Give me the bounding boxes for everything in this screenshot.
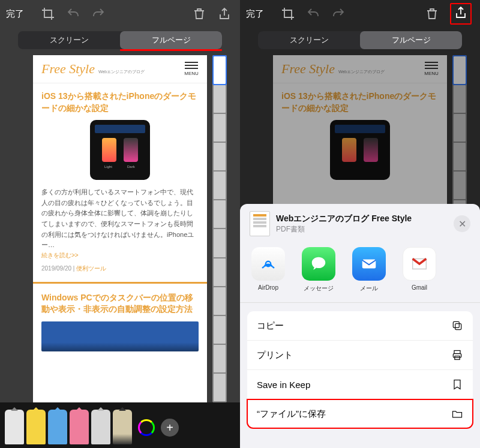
svg-rect-3 [453, 321, 459, 327]
share-apps-row: AirDrop メッセージ メール Gmail [240, 245, 480, 303]
done-button[interactable]: 完了 [246, 8, 264, 20]
menu-icon[interactable]: MENU [184, 62, 199, 76]
svg-rect-4 [454, 351, 460, 354]
bookmark-icon [451, 378, 463, 390]
tab-segment: スクリーン フルページ [258, 31, 462, 49]
share-icon[interactable] [454, 5, 468, 20]
airdrop-app[interactable]: AirDrop [248, 247, 288, 293]
pen-tool[interactable] [5, 410, 24, 444]
share-subtitle: PDF書類 [276, 224, 412, 234]
undo-icon[interactable] [66, 7, 80, 21]
messages-icon [302, 247, 335, 281]
share-title: Webエンジニアのブログ Free Style [276, 214, 412, 224]
messages-app[interactable]: メッセージ [299, 247, 338, 293]
svg-rect-2 [455, 324, 461, 330]
done-button[interactable]: 完了 [6, 8, 24, 20]
highlighter-tool[interactable] [26, 410, 46, 444]
tab-screen[interactable]: スクリーン [18, 31, 120, 49]
tab-screen[interactable]: スクリーン [258, 31, 360, 49]
document-thumbnail-icon [250, 211, 270, 236]
trash-icon[interactable] [425, 7, 439, 21]
save-to-files-action[interactable]: “ファイル”に保存 [247, 399, 473, 428]
trash-icon[interactable] [192, 7, 206, 21]
top-toolbar: 完了 [240, 0, 480, 28]
color-picker-icon[interactable] [138, 419, 155, 436]
eraser-tool[interactable] [70, 410, 89, 444]
tab-fullpage[interactable]: フルページ [120, 31, 222, 49]
close-icon[interactable]: ✕ [454, 215, 470, 232]
gmail-app[interactable]: Gmail [400, 247, 439, 293]
share-icon[interactable] [217, 7, 232, 21]
markup-toolbar: + [0, 402, 240, 448]
divider [33, 282, 207, 284]
airdrop-icon [251, 247, 285, 281]
add-button[interactable]: + [161, 419, 179, 437]
blog-header: Free StyleWebエンジニアのブログ MENU [33, 55, 207, 83]
gmail-icon [403, 247, 436, 281]
ruler-tool[interactable] [113, 410, 132, 444]
copy-icon [451, 320, 463, 332]
left-screenshot-editor: 完了 スクリーン フルページ Free StyleWebエンジニアのブログ ME… [0, 0, 240, 448]
windows-mockup [41, 321, 199, 351]
tab-fullpage[interactable]: フルページ [360, 31, 462, 49]
article-excerpt: 多くの方が利用しているスマートフォン中で、現代人の目の疲れは年々ひどくなっている… [41, 187, 199, 251]
crop-icon[interactable] [281, 7, 295, 21]
save-in-keep-action[interactable]: Save in Keep [247, 370, 473, 399]
share-sheet: Webエンジニアのブログ Free Style PDF書類 ✕ AirDrop … [240, 204, 480, 448]
page-thumbnails[interactable] [212, 55, 227, 402]
redo-icon[interactable] [331, 7, 346, 21]
folder-icon [451, 408, 463, 420]
mail-app[interactable]: メール [349, 247, 389, 293]
share-header: Webエンジニアのブログ Free Style PDF書類 ✕ [240, 211, 480, 245]
lasso-tool[interactable] [91, 410, 110, 444]
pencil-tool[interactable] [48, 410, 67, 444]
read-more-link[interactable]: 続きを読む>> [41, 251, 199, 260]
article-date: 2019/09/20 | 便利ツール [41, 264, 199, 273]
svg-rect-1 [362, 260, 376, 269]
undo-icon[interactable] [306, 7, 320, 21]
tab-segment: スクリーン フルページ [18, 31, 222, 49]
blog-body: iOS 13から搭載されたiPhoneのダークモードの細かな設定 LightDa… [33, 83, 207, 402]
share-actions-list: コピー プリント Save in Keep “ファイル”に保存 [247, 311, 473, 428]
blog-tagline: Webエンジニアのブログ [98, 70, 145, 74]
redo-icon[interactable] [91, 7, 106, 21]
mail-icon [352, 247, 386, 281]
article-1-title: iOS 13から搭載されたiPhoneのダークモードの細かな設定 [41, 91, 199, 114]
crop-icon[interactable] [41, 7, 55, 21]
right-screenshot-share: 完了 スクリーン フルページ Free StyleWebエンジニアのブログ ME… [240, 0, 480, 448]
print-action[interactable]: プリント [247, 341, 473, 370]
highlight-underline [120, 49, 222, 51]
phone-mockup: LightDark [90, 120, 150, 180]
printer-icon [451, 349, 463, 361]
article-2-title: Windows PCでのタスクバーの位置の移動や表示・非表示の自動調整の設定方法 [41, 292, 199, 315]
top-toolbar: 完了 [0, 0, 240, 28]
blog-logo: Free Style [41, 61, 95, 76]
copy-action[interactable]: コピー [247, 311, 473, 341]
share-highlight-box [450, 3, 472, 25]
page-preview[interactable]: Free StyleWebエンジニアのブログ MENU iOS 13から搭載され… [33, 55, 207, 402]
